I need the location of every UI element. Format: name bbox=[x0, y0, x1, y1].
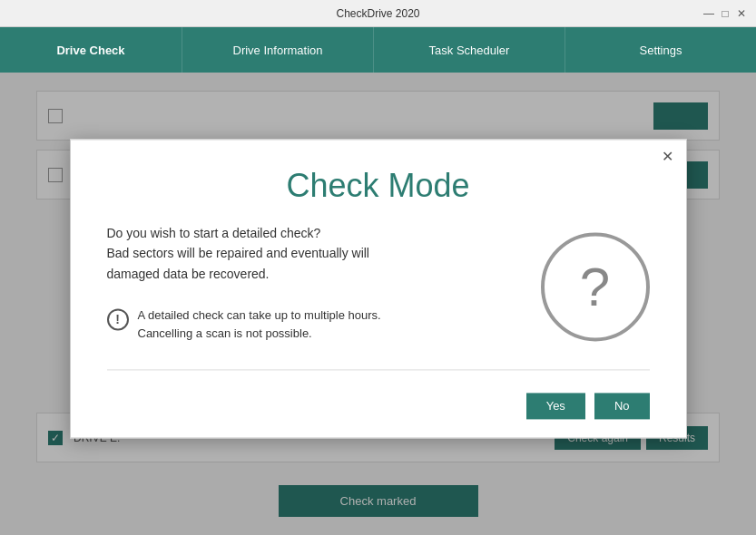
maximize-button[interactable]: □ bbox=[718, 6, 732, 21]
modal-main-text: Do you wish to start a detailed check? B… bbox=[107, 223, 514, 284]
title-bar: CheckDrive 2020 — □ ✕ bbox=[0, 0, 756, 27]
modal-warning-text: A detailed check can take up to multiple… bbox=[138, 307, 381, 343]
tab-task-scheduler[interactable]: Task Scheduler bbox=[373, 27, 565, 73]
navigation-bar: Drive Check Drive Information Task Sched… bbox=[0, 27, 756, 73]
warning-symbol: ! bbox=[115, 313, 120, 327]
modal-yes-button[interactable]: Yes bbox=[526, 394, 585, 420]
modal-footer: Yes No bbox=[71, 380, 686, 438]
tab-settings-label: Settings bbox=[640, 44, 682, 57]
check-mode-dialog: ✕ Check Mode Do you wish to start a deta… bbox=[70, 139, 687, 438]
nav-logo: Drive Check bbox=[0, 27, 182, 73]
question-icon: ? bbox=[541, 232, 650, 341]
nav-logo-label: Drive Check bbox=[56, 44, 124, 57]
modal-no-button[interactable]: No bbox=[594, 394, 650, 420]
close-button[interactable]: ✕ bbox=[734, 6, 749, 21]
modal-main-line2: Bad sectors will be repaired and eventua… bbox=[107, 247, 369, 261]
main-content: ✓ DRIVE E: Check again Results Check mar… bbox=[0, 73, 756, 535]
tab-drive-information-label: Drive Information bbox=[233, 44, 323, 57]
tab-task-scheduler-label: Task Scheduler bbox=[429, 44, 510, 57]
modal-body: Do you wish to start a detailed check? B… bbox=[71, 223, 686, 360]
modal-divider bbox=[107, 370, 650, 371]
window-controls: — □ ✕ bbox=[702, 6, 749, 21]
app-title: CheckDrive 2020 bbox=[336, 7, 419, 20]
warning-line2: Cancelling a scan is not possible. bbox=[138, 326, 312, 340]
tab-drive-information[interactable]: Drive Information bbox=[182, 27, 373, 73]
modal-warning: ! A detailed check can take up to multip… bbox=[107, 307, 514, 343]
modal-main-line1: Do you wish to start a detailed check? bbox=[107, 226, 321, 240]
tab-settings[interactable]: Settings bbox=[565, 27, 756, 73]
modal-title: Check Mode bbox=[71, 140, 686, 223]
modal-text-section: Do you wish to start a detailed check? B… bbox=[107, 223, 514, 342]
warning-icon: ! bbox=[107, 309, 129, 331]
warning-line1: A detailed check can take up to multiple… bbox=[138, 309, 381, 323]
question-symbol: ? bbox=[580, 256, 610, 318]
modal-close-button[interactable]: ✕ bbox=[659, 147, 677, 165]
minimize-button[interactable]: — bbox=[702, 6, 716, 21]
modal-main-line3: damaged data be recovered. bbox=[107, 267, 270, 281]
